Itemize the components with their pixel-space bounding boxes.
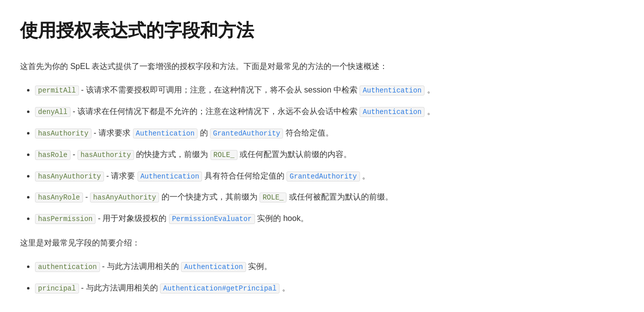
text-suffix-3: 符合给定值。: [286, 128, 334, 137]
list-item: hasAnyRole - hasAnyAuthority 的一个快捷方式，其前缀…: [35, 190, 624, 204]
list-item: principal - 与此方法调用相关的 Authentication#get…: [35, 281, 624, 296]
code-hasRole: hasRole: [35, 150, 70, 160]
code-denyAll: denyAll: [35, 107, 70, 117]
list-item: hasPermission - 用于对象级授权的 PermissionEvalu…: [35, 212, 624, 226]
code-hasAnyRole: hasAnyRole: [35, 192, 83, 202]
code-ROLE_-1: ROLE_: [210, 150, 238, 160]
list-item: denyAll - 该请求在任何情况下都是不允许的；注意在这种情况下，永远不会从…: [35, 104, 624, 119]
text-suffix-2: 。: [427, 107, 435, 116]
text-suffix-4: 或任何配置为默认前缀的内容。: [240, 150, 352, 158]
text-suffix-6: 或任何被配置为默认的前缀。: [289, 192, 393, 201]
methods-list: permitAll - 该请求不需要授权即可调用；注意，在这种情况下，将不会从 …: [35, 83, 624, 226]
code-principal: principal: [35, 284, 79, 294]
code-hasAuthority: hasAuthority: [35, 128, 92, 138]
link-Authentication-getPrincipal[interactable]: Authentication#getPrincipal: [160, 284, 280, 294]
text-7: - 用于对象级授权的: [98, 214, 169, 222]
link-Authentication-5[interactable]: Authentication: [181, 262, 246, 272]
link-Authentication-4[interactable]: Authentication: [138, 172, 202, 182]
text-3: - 请求要求: [94, 128, 132, 137]
list-item: hasAnyAuthority - 请求要 Authentication 具有符…: [35, 169, 624, 184]
text-5b: 具有符合任何给定值的: [204, 172, 286, 180]
text-suffix-5: 。: [362, 172, 370, 180]
code-permitAll: permitAll: [35, 86, 79, 96]
code-hasAuthority-ref: hasAuthority: [78, 150, 134, 160]
code-hasPermission: hasPermission: [35, 214, 96, 224]
link-GrantedAuthority-1[interactable]: GrantedAuthority: [210, 128, 283, 138]
text-4: -: [72, 150, 78, 158]
code-hasAnyAuthority-ref: hasAnyAuthority: [90, 192, 159, 202]
text-4b: 的快捷方式，前缀为: [136, 150, 210, 158]
link-Authentication-3[interactable]: Authentication: [133, 128, 198, 138]
link-Authentication-2[interactable]: Authentication: [360, 107, 424, 117]
code-ROLE_-2: ROLE_: [260, 192, 286, 202]
text-suffix-1: 。: [427, 86, 435, 94]
link-GrantedAuthority-2[interactable]: GrantedAuthority: [286, 172, 360, 182]
list-item: hasAuthority - 请求要求 Authentication 的 Gra…: [35, 126, 624, 140]
text-suffix-f1: 实例。: [248, 262, 272, 270]
intro-text: 这首先为你的 SpEL 表达式提供了一套增强的授权字段和方法。下面是对最常见的方…: [20, 60, 624, 73]
text-f2: - 与此方法调用相关的: [81, 284, 160, 292]
text-6: -: [85, 192, 90, 201]
text-6b: 的一个快捷方式，其前缀为: [162, 192, 260, 201]
link-PermissionEvaluator[interactable]: PermissionEvaluator: [169, 214, 255, 224]
text-5: - 请求要: [106, 172, 137, 180]
text-f1: - 与此方法调用相关的: [102, 262, 181, 270]
text-1: - 该请求不需要授权即可调用；注意，在这种情况下，将不会从 session 中检…: [81, 86, 360, 94]
link-Authentication-1[interactable]: Authentication: [360, 86, 424, 96]
page-title: 使用授权表达式的字段和方法: [20, 15, 624, 46]
fields-intro: 这里是对最常见字段的简要介绍：: [20, 236, 624, 250]
text-2: - 该请求在任何情况下都是不允许的；注意在这种情况下，永远不会从会话中检索: [72, 107, 360, 116]
list-item: authentication - 与此方法调用相关的 Authenticatio…: [35, 260, 624, 274]
list-item: permitAll - 该请求不需要授权即可调用；注意，在这种情况下，将不会从 …: [35, 83, 624, 98]
code-authentication: authentication: [35, 262, 100, 272]
list-item: hasRole - hasAuthority 的快捷方式，前缀为 ROLE_ 或…: [35, 148, 624, 162]
code-hasAnyAuthority: hasAnyAuthority: [35, 172, 104, 182]
text-suffix-7: 实例的 hook。: [257, 214, 308, 222]
fields-list: authentication - 与此方法调用相关的 Authenticatio…: [35, 260, 624, 296]
text-suffix-f2: 。: [282, 284, 290, 292]
text-3b: 的: [200, 128, 210, 137]
